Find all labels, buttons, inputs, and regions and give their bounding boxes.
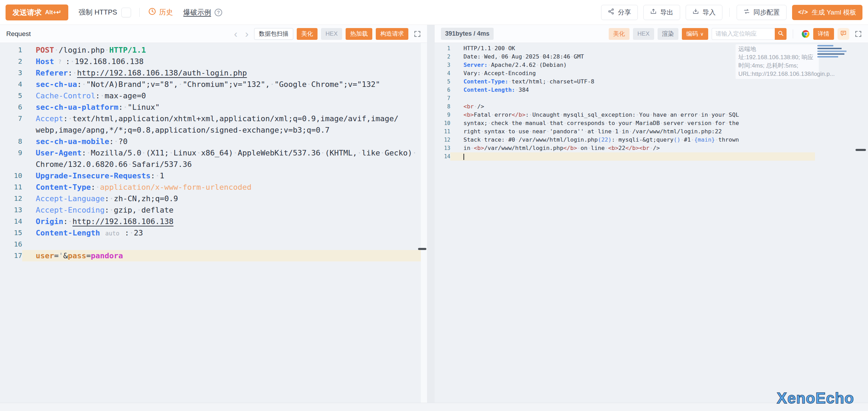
request-title: Request	[6, 30, 31, 38]
whitespace-dot: ·	[560, 111, 563, 118]
code-token: {main}	[694, 136, 715, 143]
code-line[interactable]: 10syntax;·check·the·manual·that·correspo…	[435, 119, 868, 127]
code-token: :	[118, 103, 123, 111]
code-line[interactable]: webp,image/apng,*/*;q=0.8,application/si…	[0, 124, 427, 136]
code-line[interactable]: 12Accept-Language:·zh-CN,zh;q=0.9	[0, 193, 427, 204]
code-line[interactable]: 1POST·/login.php·HTTP/1.1	[0, 44, 427, 56]
code-line[interactable]: 2Host?:·192.168.106.138	[0, 56, 427, 67]
fullscreen-request-icon[interactable]	[414, 30, 421, 37]
search-button[interactable]	[775, 28, 787, 40]
hot-reload-button[interactable]: 热加载	[346, 28, 372, 40]
code-token: Server:	[463, 62, 488, 68]
whitespace-dot: ·	[128, 160, 132, 169]
code-line[interactable]: 6sec-ch-ua-platform:·"Linux"	[0, 101, 427, 113]
prev-request-icon[interactable]: ‹	[232, 29, 240, 38]
code-line[interactable]: 7Accept:·text/html,application/xhtml+xml…	[0, 113, 427, 124]
code-line[interactable]: 15Content-Lengthauto:·23	[0, 227, 427, 239]
whitespace-dot: ·	[563, 120, 567, 126]
code-token: Mozilla/5.0	[91, 149, 141, 157]
code-line[interactable]: 6Content-Length:·384	[435, 86, 868, 94]
code-line[interactable]: 12Stack·trace:·#0·/var/www/html/login.ph…	[435, 136, 868, 144]
code-line[interactable]: 9<b>Fatal·error</b>:·Uncaught·mysqli_sql…	[435, 111, 868, 119]
share-button[interactable]: 分享	[601, 5, 638, 20]
line-number: 7	[0, 113, 22, 124]
history-button[interactable]: 历史	[148, 7, 173, 17]
code-line[interactable]: 14	[435, 152, 868, 161]
details-button[interactable]: 详情	[813, 28, 834, 40]
code-line[interactable]: 4sec-ch-ua:·"Not/A)Brand";v="8",·"Chromi…	[0, 79, 427, 90]
next-request-icon[interactable]: ›	[243, 29, 251, 38]
hex-request-button[interactable]: HEX	[321, 28, 342, 40]
code-line[interactable]: 11right·syntax·to·use·near·'pandora''·at…	[435, 127, 868, 136]
line-content: Content-Lengthauto:·23	[22, 227, 421, 239]
force-https-checkbox[interactable]	[121, 8, 131, 17]
line-number: 14	[0, 216, 22, 227]
code-line[interactable]: 13in·<b>/var/www/html/login.php</b>·on·l…	[435, 144, 868, 152]
whitespace-dot: ·	[522, 53, 526, 60]
code-token: gzip,	[114, 206, 137, 214]
minimap[interactable]	[817, 45, 848, 59]
search-input[interactable]	[712, 28, 775, 40]
chrome-icon[interactable]	[801, 30, 810, 38]
whitespace-dot: ·	[508, 120, 512, 126]
code-token: webp,image/apng,*/*;q=0.8,application/si…	[36, 126, 330, 134]
request-scrollbar-thumb[interactable]	[418, 248, 426, 250]
encode-dropdown-button[interactable]: 编码 ∨	[682, 28, 708, 40]
code-token: :	[95, 91, 100, 100]
blast-example-link[interactable]: 爆破示例	[183, 8, 211, 17]
code-line[interactable]: 10Upgrade-Insecure-Requests:·1	[0, 170, 427, 181]
line-content: POST·/login.php·HTTP/1.1	[22, 44, 421, 56]
export-icon	[650, 8, 657, 17]
code-line[interactable]: Chrome/132.0.6820.66·Safari/537.36	[0, 159, 427, 170]
code-token: version	[687, 120, 712, 126]
fullscreen-response-icon[interactable]	[855, 30, 862, 37]
line-number: 15	[0, 227, 22, 239]
line-number: 6	[435, 86, 450, 94]
response-editor[interactable]: 1HTTP/1.1·200·OK2Date:·Wed,·06·Aug·2025·…	[435, 43, 868, 403]
code-line[interactable]: 3Referer:·http://192.168.106.138/auth-lo…	[0, 67, 427, 79]
code-token: 2025	[526, 53, 539, 60]
line-content: webp,image/apng,*/*;q=0.8,application/si…	[22, 124, 421, 136]
code-token: <br	[639, 145, 650, 151]
sync-config-button[interactable]: 同步配置	[737, 5, 787, 20]
code-token: MariaDB	[636, 120, 660, 126]
hex-response-button[interactable]: HEX	[633, 28, 654, 40]
code-token: corresponds	[567, 120, 605, 126]
help-icon[interactable]: ?	[215, 9, 222, 16]
code-line[interactable]: 13Accept-Encoding:·gzip,·deflate	[0, 204, 427, 216]
code-line[interactable]: 9User-Agent:·Mozilla/5.0·(X11;·Linux·x86…	[0, 147, 427, 159]
code-token: 'pandora''	[549, 128, 584, 135]
code-token: Content-Length:	[463, 87, 515, 93]
response-scrollbar-thumb[interactable]	[856, 149, 866, 151]
code-line[interactable]: 5Cache-Control:·max-age=0	[0, 90, 427, 101]
line-number: 1	[435, 44, 450, 53]
code-line[interactable]: 16	[0, 239, 427, 250]
code-token: your	[711, 111, 725, 118]
code-token: http://192.168.106.138/auth-login.php	[77, 69, 247, 77]
construct-request-button[interactable]: 构造请求	[376, 28, 408, 40]
feedback-button[interactable]	[837, 28, 849, 40]
code-line[interactable]: 8<br·/>	[435, 102, 868, 111]
import-button[interactable]: 导入	[686, 5, 722, 20]
send-request-button[interactable]: 发送请求 Alt+↵	[6, 5, 68, 20]
code-line[interactable]: 7	[435, 94, 868, 102]
whitespace-dot: ·	[505, 136, 508, 143]
export-button[interactable]: 导出	[643, 5, 680, 20]
whitespace-dot: ·	[481, 136, 484, 143]
generate-yaml-button[interactable]: </> 生成 Yaml 模板	[792, 5, 862, 20]
code-line[interactable]: 14Origin:·http://192.168.106.138	[0, 216, 427, 227]
header-divider	[793, 29, 793, 38]
code-line[interactable]: 8sec-ch-ua-mobile:·?0	[0, 136, 427, 147]
whitespace-dot: ·	[233, 149, 238, 157]
request-editor[interactable]: 1POST·/login.php·HTTP/1.12Host?:·192.168…	[0, 43, 427, 403]
whitespace-dot: ·	[708, 111, 711, 118]
code-line[interactable]: 11Content-Type:·application/x-www-form-u…	[0, 181, 427, 193]
render-response-button[interactable]: 渲染	[658, 28, 678, 40]
packet-scan-button[interactable]: 数据包扫描	[254, 28, 293, 40]
code-token: the	[512, 120, 522, 126]
whitespace-dot: ·	[508, 53, 512, 60]
beautify-request-button[interactable]: 美化	[297, 28, 318, 40]
code-token: ?	[56, 58, 63, 66]
code-line[interactable]: 17user='&pass=pandora	[0, 250, 427, 261]
beautify-response-button[interactable]: 美化	[609, 28, 630, 40]
